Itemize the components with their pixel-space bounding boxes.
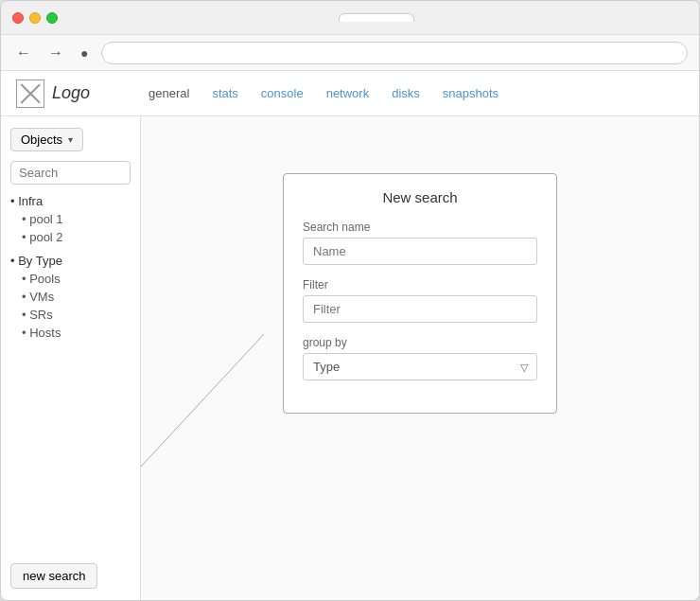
tree-item-vms[interactable]: VMs bbox=[10, 290, 131, 304]
tab-disks[interactable]: disks bbox=[392, 82, 420, 104]
new-search-card: New search Search name Filter group by bbox=[283, 173, 557, 414]
objects-label: Objects bbox=[21, 133, 62, 147]
tree-bytype: • By Type Pools VMs SRs Hosts bbox=[10, 254, 131, 340]
tree-item-pool2[interactable]: pool 2 bbox=[10, 230, 131, 244]
nav-tabs: general stats console network disks snap… bbox=[149, 82, 499, 104]
search-name-group: Search name bbox=[303, 221, 537, 265]
tree-item-hosts[interactable]: Hosts bbox=[10, 326, 131, 340]
tree-infra: • Infra pool 1 pool 2 bbox=[10, 194, 131, 244]
filter-label: Filter bbox=[303, 278, 537, 292]
address-bar-row: ← → ● bbox=[1, 35, 699, 71]
group-by-group: group by Type Pool Host ▽ bbox=[303, 336, 537, 380]
sidebar: Objects ▾ • Infra pool 1 pool 2 • By Typ… bbox=[1, 116, 141, 600]
svg-line-0 bbox=[141, 334, 264, 467]
tree-bytype-header: • By Type bbox=[10, 254, 131, 268]
minimize-button[interactable] bbox=[29, 12, 41, 24]
forward-button[interactable]: → bbox=[44, 43, 67, 63]
tab-stats[interactable]: stats bbox=[212, 82, 237, 104]
title-bar bbox=[1, 1, 699, 35]
filter-group: Filter bbox=[303, 278, 537, 323]
tab-area bbox=[65, 13, 688, 22]
address-input[interactable] bbox=[101, 42, 688, 64]
back-button[interactable]: ← bbox=[12, 43, 35, 63]
objects-dropdown-button[interactable]: Objects ▾ bbox=[10, 128, 83, 151]
content-wrapper: Logo general stats console network disks… bbox=[1, 71, 699, 600]
browser-tab[interactable] bbox=[339, 13, 414, 22]
tab-network[interactable]: network bbox=[326, 82, 370, 104]
group-by-select-wrapper: Type Pool Host ▽ bbox=[303, 353, 537, 380]
group-by-label: group by bbox=[303, 336, 537, 349]
tab-console[interactable]: console bbox=[261, 82, 304, 104]
browser-window: ← → ● Logo general stats console network… bbox=[0, 0, 700, 601]
logo-icon bbox=[16, 80, 44, 108]
tree-item-srs[interactable]: SRs bbox=[10, 308, 131, 322]
tree-infra-header: • Infra bbox=[10, 194, 131, 208]
tab-general[interactable]: general bbox=[149, 82, 189, 104]
tree-item-pools[interactable]: Pools bbox=[10, 272, 131, 286]
traffic-lights bbox=[12, 12, 58, 24]
search-input[interactable] bbox=[10, 161, 131, 185]
refresh-button[interactable]: ● bbox=[77, 44, 92, 62]
content-body: Objects ▾ • Infra pool 1 pool 2 • By Typ… bbox=[1, 116, 699, 600]
main-panel: New search Search name Filter group by bbox=[141, 116, 699, 600]
new-search-sidebar-button[interactable]: new search bbox=[10, 563, 97, 589]
app-header: Logo general stats console network disks… bbox=[1, 71, 699, 116]
search-name-input[interactable] bbox=[303, 238, 537, 265]
maximize-button[interactable] bbox=[46, 12, 58, 24]
search-name-label: Search name bbox=[303, 221, 537, 234]
close-button[interactable] bbox=[12, 12, 24, 24]
tree-item-pool1[interactable]: pool 1 bbox=[10, 212, 131, 226]
group-by-select[interactable]: Type Pool Host bbox=[303, 353, 537, 380]
filter-input[interactable] bbox=[303, 295, 537, 323]
logo-text: Logo bbox=[52, 83, 90, 103]
tab-snapshots[interactable]: snapshots bbox=[443, 82, 499, 104]
card-title: New search bbox=[303, 189, 537, 205]
dropdown-arrow-icon: ▾ bbox=[68, 134, 73, 145]
logo-area: Logo bbox=[16, 80, 130, 108]
